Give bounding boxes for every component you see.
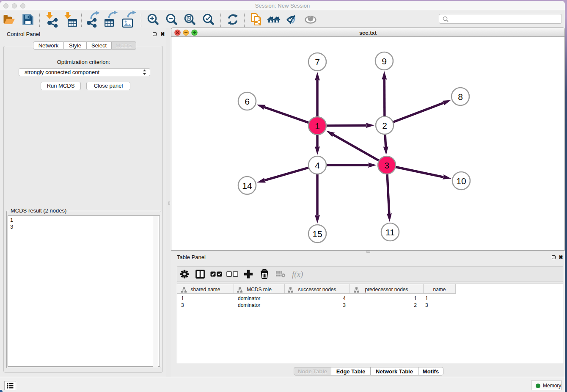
svg-text:7: 7 [315, 57, 320, 67]
svg-text:3: 3 [384, 160, 389, 170]
svg-text:11: 11 [385, 227, 395, 237]
svg-text:15: 15 [312, 229, 322, 239]
svg-text:2: 2 [382, 121, 387, 130]
svg-text:8: 8 [458, 92, 463, 102]
svg-text:14: 14 [242, 181, 252, 190]
svg-text:6: 6 [245, 97, 250, 106]
svg-text:f(x): f(x) [292, 270, 303, 279]
svg-text:4: 4 [315, 160, 320, 170]
svg-text:1: 1 [315, 121, 320, 131]
svg-text:9: 9 [382, 56, 387, 66]
svg-text:10: 10 [456, 176, 466, 186]
